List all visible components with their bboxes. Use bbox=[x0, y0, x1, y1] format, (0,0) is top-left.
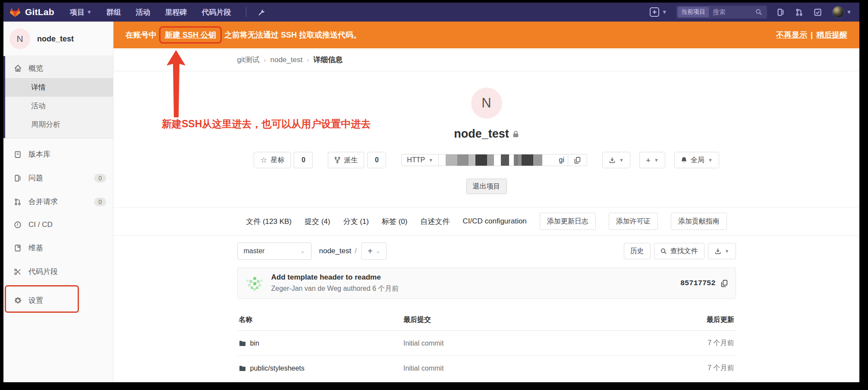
commit-author-line: Zeger-Jan van de Weg authored 6 个月前 bbox=[271, 284, 399, 293]
add-changelog-button[interactable]: 添加更新日志 bbox=[540, 213, 596, 230]
sidebar-item-overview[interactable]: 概览 bbox=[3, 59, 113, 78]
user-menu[interactable]: ▼ bbox=[832, 6, 852, 18]
sidebar-item-merge-requests[interactable]: 合并请求 0 bbox=[3, 192, 113, 211]
page-title: node_test bbox=[454, 127, 509, 141]
nav-menu: 项目▼ 群组 活动 里程碑 代码片段 bbox=[70, 7, 231, 17]
copy-url-button[interactable] bbox=[568, 154, 587, 166]
star-button[interactable]: ☆ 星标 bbox=[254, 152, 291, 168]
nav-item-milestones[interactable]: 里程碑 bbox=[165, 7, 187, 17]
notification-dropdown[interactable]: 全局 ▼ bbox=[674, 152, 719, 168]
folder-icon bbox=[239, 365, 246, 371]
history-button[interactable]: 历史 bbox=[624, 243, 651, 259]
new-ssh-key-link[interactable]: 新建 SSH 公钥 bbox=[165, 31, 216, 39]
stat-commits[interactable]: 提交 (4) bbox=[305, 217, 330, 226]
sidebar-project-name: node_test bbox=[37, 35, 74, 44]
clone-url-group: HTTP ▼ gi bbox=[401, 154, 587, 166]
commit-author-identicon bbox=[245, 274, 264, 293]
search-input[interactable]: 当前项目 搜索 bbox=[676, 6, 767, 19]
chevron-down-icon: ⌄ bbox=[300, 248, 305, 254]
path-root[interactable]: node_test bbox=[319, 247, 352, 255]
breadcrumb-project[interactable]: node_test bbox=[270, 56, 302, 64]
sidebar-item-issues[interactable]: 问题 0 bbox=[3, 168, 113, 188]
nav-item-projects[interactable]: 项目▼ bbox=[70, 7, 92, 17]
add-license-button[interactable]: 添加许可证 bbox=[609, 213, 658, 230]
clone-protocol-dropdown[interactable]: HTTP ▼ bbox=[401, 154, 439, 166]
find-file-button[interactable]: 查找文件 bbox=[654, 243, 704, 259]
clone-url-field[interactable]: gi bbox=[439, 154, 568, 166]
nav-right: + ▼ 当前项目 搜索 bbox=[650, 6, 852, 19]
project-sidebar: N node_test 概览 详情 活动 周期分析 bbox=[3, 22, 113, 382]
sidebar-item-activity[interactable]: 活动 bbox=[3, 97, 113, 115]
nav-item-snippets[interactable]: 代码片段 bbox=[202, 7, 231, 17]
star-count[interactable]: 0 bbox=[294, 152, 313, 168]
fork-count[interactable]: 0 bbox=[367, 152, 386, 168]
remind-later-link[interactable]: 稍后提醒 bbox=[816, 30, 847, 40]
annotation-box-ssh-link: 新建 SSH 公钥 bbox=[159, 26, 222, 44]
chevron-down-icon: ▼ bbox=[428, 157, 433, 163]
stat-cicd-config[interactable]: CI/CD configuration bbox=[462, 217, 526, 226]
branch-selector[interactable]: master ⌄ bbox=[237, 242, 311, 260]
home-icon bbox=[13, 64, 22, 72]
file-tree-table: 名称 最后提交 最后更新 bin Initial commit 7 个月前 bbox=[237, 309, 736, 382]
sidebar-item-snippets[interactable]: 代码片段 bbox=[3, 262, 113, 281]
download-tree-button[interactable]: ▼ bbox=[708, 243, 736, 259]
issues-count-badge: 0 bbox=[94, 174, 106, 182]
plus-icon: + bbox=[650, 7, 659, 17]
redacted-url bbox=[442, 154, 557, 166]
nav-item-groups[interactable]: 群组 bbox=[107, 7, 121, 17]
commit-title-link[interactable]: Add template header to readme bbox=[271, 273, 399, 282]
sidebar-project-header[interactable]: N node_test bbox=[3, 22, 113, 56]
fork-icon bbox=[334, 157, 340, 164]
admin-wrench-icon[interactable] bbox=[258, 8, 266, 16]
download-source-button[interactable]: ▼ bbox=[602, 152, 630, 168]
bell-icon bbox=[681, 157, 687, 164]
gear-icon bbox=[13, 296, 22, 305]
sidebar-item-cycle-analytics[interactable]: 周期分析 bbox=[3, 115, 113, 134]
last-commit-box: Add template header to readme Zeger-Jan … bbox=[237, 267, 736, 299]
repository-icon bbox=[13, 151, 22, 158]
todo-icon[interactable] bbox=[814, 8, 822, 16]
gitlab-tanuki-icon bbox=[9, 7, 21, 17]
merge-request-icon bbox=[13, 198, 22, 206]
chevron-down-icon: ▼ bbox=[708, 157, 713, 163]
new-file-dropdown[interactable]: + ⌄ bbox=[361, 242, 387, 260]
commit-sha: 85717752 bbox=[680, 279, 716, 287]
plus-icon: + bbox=[368, 247, 373, 255]
sidebar-item-repository[interactable]: 版本库 bbox=[3, 145, 113, 164]
stat-tags[interactable]: 标签 (0) bbox=[382, 217, 408, 226]
gitlab-logo[interactable]: GitLab bbox=[9, 7, 54, 17]
search-scope-chip: 当前项目 bbox=[678, 7, 709, 17]
breadcrumb-group[interactable]: git测试 bbox=[237, 55, 260, 65]
fork-button[interactable]: 派生 bbox=[328, 152, 364, 168]
sidebar-item-details[interactable]: 详情 bbox=[3, 78, 113, 97]
dont-show-again-link[interactable]: 不再显示 bbox=[776, 30, 807, 40]
leave-project-button[interactable]: 退出项目 bbox=[466, 179, 507, 194]
nav-icon-group: ▼ bbox=[777, 6, 852, 18]
table-row[interactable]: public/stylesheets Initial commit 7 个月前 bbox=[237, 356, 736, 381]
stat-readme[interactable]: 自述文件 bbox=[420, 217, 450, 226]
star-icon: ☆ bbox=[260, 155, 267, 165]
download-icon bbox=[714, 248, 721, 255]
add-contribution-guide-button[interactable]: 添加贡献指南 bbox=[671, 213, 727, 230]
merge-request-icon[interactable] bbox=[795, 8, 803, 16]
search-placeholder: 搜索 bbox=[713, 8, 755, 16]
last-updated: 7 个月前 bbox=[708, 364, 734, 371]
stat-branches[interactable]: 分支 (1) bbox=[343, 217, 369, 226]
table-row-partial[interactable]: Initial commit 7 个月前 bbox=[237, 381, 736, 383]
sidebar-item-settings[interactable]: 设置 bbox=[3, 291, 113, 310]
project-actions-row: ☆ 星标 0 派生 0 bbox=[237, 152, 736, 168]
nav-item-activity[interactable]: 活动 bbox=[136, 7, 151, 17]
project-stats-bar: 文件 (123 KB) 提交 (4) 分支 (1) 标签 (0) 自述文件 CI… bbox=[113, 207, 859, 236]
issues-icon[interactable] bbox=[777, 8, 785, 16]
new-dropdown[interactable]: + ▼ bbox=[650, 7, 667, 17]
table-row[interactable]: bin Initial commit 7 个月前 bbox=[237, 331, 736, 356]
pipeline-gauge-icon bbox=[13, 221, 22, 229]
sidebar-item-wiki[interactable]: 维基 bbox=[3, 238, 113, 258]
table-header-row: 名称 最后提交 最后更新 bbox=[237, 309, 736, 331]
stat-files[interactable]: 文件 (123 KB) bbox=[246, 217, 292, 226]
sidebar-item-cicd[interactable]: CI / CD bbox=[3, 216, 113, 234]
mr-count-badge: 0 bbox=[94, 198, 106, 206]
add-file-dropdown[interactable]: + ▼ bbox=[639, 152, 665, 168]
copy-sha-button[interactable] bbox=[720, 279, 729, 288]
chevron-down-icon: ▼ bbox=[662, 9, 667, 15]
